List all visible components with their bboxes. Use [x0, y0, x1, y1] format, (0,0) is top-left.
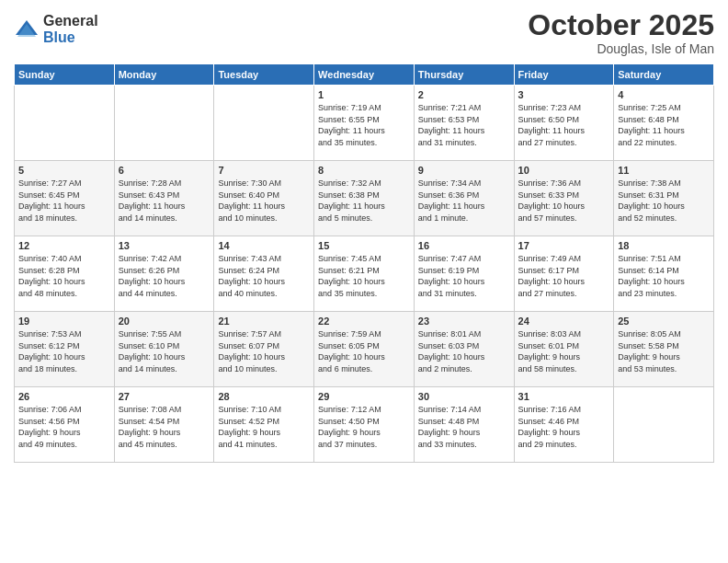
day-number: 15	[318, 240, 410, 251]
calendar-cell: 20Sunrise: 7:55 AM Sunset: 6:10 PM Dayli…	[114, 312, 214, 387]
day-info: Sunrise: 7:42 AM Sunset: 6:26 PM Dayligh…	[119, 253, 210, 299]
day-info: Sunrise: 7:23 AM Sunset: 6:50 PM Dayligh…	[518, 102, 610, 148]
week-row-0: 1Sunrise: 7:19 AM Sunset: 6:55 PM Daylig…	[15, 86, 714, 161]
logo-blue: Blue	[43, 29, 98, 46]
day-number: 16	[418, 240, 510, 251]
day-number: 2	[418, 89, 510, 100]
calendar-cell: 23Sunrise: 8:01 AM Sunset: 6:03 PM Dayli…	[414, 312, 514, 387]
day-info: Sunrise: 8:03 AM Sunset: 6:01 PM Dayligh…	[518, 328, 610, 374]
col-monday: Monday	[114, 64, 214, 86]
day-number: 6	[119, 165, 210, 176]
col-sunday: Sunday	[15, 64, 115, 86]
calendar-cell: 10Sunrise: 7:36 AM Sunset: 6:33 PM Dayli…	[514, 161, 614, 236]
day-info: Sunrise: 7:28 AM Sunset: 6:43 PM Dayligh…	[119, 178, 210, 224]
day-number: 25	[618, 316, 710, 327]
day-number: 29	[318, 391, 410, 402]
calendar-cell: 28Sunrise: 7:10 AM Sunset: 4:52 PM Dayli…	[214, 387, 314, 463]
calendar-cell: 5Sunrise: 7:27 AM Sunset: 6:45 PM Daylig…	[15, 161, 115, 236]
day-number: 4	[618, 89, 710, 100]
day-info: Sunrise: 7:21 AM Sunset: 6:53 PM Dayligh…	[418, 102, 510, 148]
day-info: Sunrise: 7:30 AM Sunset: 6:40 PM Dayligh…	[218, 178, 310, 224]
week-row-2: 12Sunrise: 7:40 AM Sunset: 6:28 PM Dayli…	[15, 236, 714, 312]
day-info: Sunrise: 7:27 AM Sunset: 6:45 PM Dayligh…	[18, 178, 110, 224]
logo-text: General Blue	[43, 13, 98, 45]
calendar-cell: 13Sunrise: 7:42 AM Sunset: 6:26 PM Dayli…	[114, 236, 214, 312]
calendar-cell: 9Sunrise: 7:34 AM Sunset: 6:36 PM Daylig…	[414, 161, 514, 236]
calendar-cell: 15Sunrise: 7:45 AM Sunset: 6:21 PM Dayli…	[314, 236, 415, 312]
logo-icon	[14, 17, 40, 42]
calendar-cell	[214, 86, 314, 161]
title-block: October 2025 Douglas, Isle of Man	[528, 9, 714, 56]
calendar-table: Sunday Monday Tuesday Wednesday Thursday…	[14, 63, 714, 463]
week-row-4: 26Sunrise: 7:06 AM Sunset: 4:56 PM Dayli…	[15, 387, 714, 463]
day-info: Sunrise: 7:53 AM Sunset: 6:12 PM Dayligh…	[18, 328, 110, 374]
col-thursday: Thursday	[414, 64, 514, 86]
calendar-cell: 18Sunrise: 7:51 AM Sunset: 6:14 PM Dayli…	[614, 236, 714, 312]
logo-general: General	[43, 13, 98, 29]
calendar-cell	[614, 387, 714, 463]
week-row-3: 19Sunrise: 7:53 AM Sunset: 6:12 PM Dayli…	[15, 312, 714, 387]
day-number: 30	[418, 391, 510, 402]
calendar-cell: 2Sunrise: 7:21 AM Sunset: 6:53 PM Daylig…	[414, 86, 514, 161]
day-number: 24	[518, 316, 610, 327]
calendar-cell: 26Sunrise: 7:06 AM Sunset: 4:56 PM Dayli…	[15, 387, 115, 463]
calendar-cell: 27Sunrise: 7:08 AM Sunset: 4:54 PM Dayli…	[114, 387, 214, 463]
col-friday: Friday	[514, 64, 614, 86]
day-info: Sunrise: 7:43 AM Sunset: 6:24 PM Dayligh…	[218, 253, 310, 299]
day-number: 19	[18, 316, 110, 327]
day-number: 3	[518, 89, 610, 100]
day-number: 10	[518, 165, 610, 176]
day-info: Sunrise: 7:47 AM Sunset: 6:19 PM Dayligh…	[418, 253, 510, 299]
calendar-cell: 8Sunrise: 7:32 AM Sunset: 6:38 PM Daylig…	[314, 161, 415, 236]
calendar-cell: 25Sunrise: 8:05 AM Sunset: 5:58 PM Dayli…	[614, 312, 714, 387]
calendar-cell	[114, 86, 214, 161]
day-info: Sunrise: 7:12 AM Sunset: 4:50 PM Dayligh…	[318, 404, 410, 450]
calendar-cell: 1Sunrise: 7:19 AM Sunset: 6:55 PM Daylig…	[314, 86, 415, 161]
calendar-cell: 24Sunrise: 8:03 AM Sunset: 6:01 PM Dayli…	[514, 312, 614, 387]
day-number: 28	[218, 391, 310, 402]
day-number: 11	[618, 165, 710, 176]
calendar-cell	[15, 86, 115, 161]
day-number: 20	[119, 316, 210, 327]
calendar-cell: 12Sunrise: 7:40 AM Sunset: 6:28 PM Dayli…	[15, 236, 115, 312]
day-number: 27	[119, 391, 210, 402]
location: Douglas, Isle of Man	[528, 41, 714, 56]
day-info: Sunrise: 7:34 AM Sunset: 6:36 PM Dayligh…	[418, 178, 510, 224]
header-row: Sunday Monday Tuesday Wednesday Thursday…	[15, 64, 714, 86]
day-info: Sunrise: 7:45 AM Sunset: 6:21 PM Dayligh…	[318, 253, 410, 299]
calendar-container: General Blue October 2025 Douglas, Isle …	[0, 0, 728, 472]
day-info: Sunrise: 7:14 AM Sunset: 4:48 PM Dayligh…	[418, 404, 510, 450]
day-number: 21	[218, 316, 310, 327]
day-number: 7	[218, 165, 310, 176]
calendar-cell: 30Sunrise: 7:14 AM Sunset: 4:48 PM Dayli…	[414, 387, 514, 463]
day-number: 31	[518, 391, 610, 402]
day-number: 9	[418, 165, 510, 176]
day-info: Sunrise: 7:16 AM Sunset: 4:46 PM Dayligh…	[518, 404, 610, 450]
col-wednesday: Wednesday	[314, 64, 415, 86]
day-number: 17	[518, 240, 610, 251]
day-info: Sunrise: 8:05 AM Sunset: 5:58 PM Dayligh…	[618, 328, 710, 374]
calendar-cell: 21Sunrise: 7:57 AM Sunset: 6:07 PM Dayli…	[214, 312, 314, 387]
day-info: Sunrise: 8:01 AM Sunset: 6:03 PM Dayligh…	[418, 328, 510, 374]
day-number: 13	[119, 240, 210, 251]
logo: General Blue	[14, 13, 98, 45]
day-info: Sunrise: 7:40 AM Sunset: 6:28 PM Dayligh…	[18, 253, 110, 299]
day-info: Sunrise: 7:19 AM Sunset: 6:55 PM Dayligh…	[318, 102, 410, 148]
col-tuesday: Tuesday	[214, 64, 314, 86]
day-info: Sunrise: 7:08 AM Sunset: 4:54 PM Dayligh…	[119, 404, 210, 450]
day-info: Sunrise: 7:36 AM Sunset: 6:33 PM Dayligh…	[518, 178, 610, 224]
week-row-1: 5Sunrise: 7:27 AM Sunset: 6:45 PM Daylig…	[15, 161, 714, 236]
calendar-header: General Blue October 2025 Douglas, Isle …	[14, 9, 714, 56]
calendar-cell: 22Sunrise: 7:59 AM Sunset: 6:05 PM Dayli…	[314, 312, 415, 387]
calendar-cell: 6Sunrise: 7:28 AM Sunset: 6:43 PM Daylig…	[114, 161, 214, 236]
day-number: 8	[318, 165, 410, 176]
day-number: 26	[18, 391, 110, 402]
day-info: Sunrise: 7:55 AM Sunset: 6:10 PM Dayligh…	[119, 328, 210, 374]
calendar-cell: 14Sunrise: 7:43 AM Sunset: 6:24 PM Dayli…	[214, 236, 314, 312]
month-title: October 2025	[528, 9, 714, 41]
calendar-cell: 3Sunrise: 7:23 AM Sunset: 6:50 PM Daylig…	[514, 86, 614, 161]
day-info: Sunrise: 7:59 AM Sunset: 6:05 PM Dayligh…	[318, 328, 410, 374]
day-info: Sunrise: 7:10 AM Sunset: 4:52 PM Dayligh…	[218, 404, 310, 450]
day-number: 5	[18, 165, 110, 176]
calendar-cell: 11Sunrise: 7:38 AM Sunset: 6:31 PM Dayli…	[614, 161, 714, 236]
